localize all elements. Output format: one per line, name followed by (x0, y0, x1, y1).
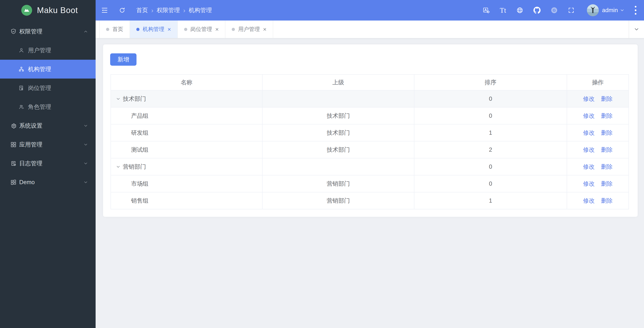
refresh-icon[interactable] (119, 7, 126, 14)
tab-post-management[interactable]: 岗位管理 × (178, 20, 226, 38)
tab-user-management[interactable]: 用户管理 × (225, 20, 273, 38)
sidebar-item-app-management[interactable]: 应用管理 (0, 135, 96, 154)
font-size-icon[interactable]: Tt (500, 7, 506, 14)
sort-cell: 0 (414, 158, 567, 175)
parent-cell: 营销部门 (262, 175, 414, 192)
sort-cell: 0 (414, 90, 567, 107)
delete-link[interactable]: 删除 (601, 95, 613, 103)
edit-link[interactable]: 修改 (583, 112, 595, 120)
column-header-name: 名称 (111, 75, 262, 90)
tab-label: 岗位管理 (190, 25, 212, 33)
main-content: 新增 名称 上级 排序 操作 技术部门 0 修改 (96, 39, 644, 328)
sidebar-item-system-settings[interactable]: 系统设置 (0, 116, 96, 135)
sidebar-item-label: 用户管理 (28, 46, 51, 54)
sidebar-item-post-management[interactable]: 岗位管理 (0, 78, 96, 97)
globe-icon[interactable] (516, 7, 524, 14)
edit-link[interactable]: 修改 (583, 129, 595, 137)
github-icon[interactable] (534, 7, 540, 14)
content-card: 新增 名称 上级 排序 操作 技术部门 0 修改 (103, 44, 638, 217)
log-icon (10, 160, 16, 167)
tab-org-management[interactable]: 机构管理 × (130, 20, 178, 38)
sidebar-item-label: 日志管理 (19, 160, 42, 167)
table-row: 产品组 技术部门 0 修改 删除 (111, 107, 629, 124)
sidebar-item-label: 权限管理 (19, 28, 42, 35)
table-row: 销售组 营销部门 1 修改 删除 (111, 192, 629, 209)
name-cell: 销售组 (111, 192, 262, 209)
edit-link[interactable]: 修改 (583, 163, 595, 171)
tab-label: 首页 (112, 25, 123, 33)
sidebar-item-label: Demo (19, 179, 35, 186)
breadcrumb-item-home[interactable]: 首页 (136, 6, 148, 14)
expand-collapse-icon[interactable] (116, 96, 120, 101)
gitee-icon[interactable]: G (551, 7, 558, 14)
sidebar-item-label: 岗位管理 (28, 84, 51, 92)
sidebar-item-user-management[interactable]: 用户管理 (0, 41, 96, 60)
logo-icon (21, 5, 32, 16)
name-cell: 营销部门 (111, 158, 262, 175)
chevron-down-icon (83, 161, 88, 166)
edit-link[interactable]: 修改 (583, 197, 595, 205)
chevron-down-icon (83, 142, 88, 147)
sidebar-item-log-management[interactable]: 日志管理 (0, 154, 96, 173)
sort-cell: 1 (414, 124, 567, 141)
sidebar-item-label: 应用管理 (19, 141, 42, 149)
language-translate-icon[interactable] (483, 7, 490, 14)
user-menu[interactable]: admin (587, 4, 624, 16)
actions-cell: 修改 删除 (567, 141, 629, 158)
breadcrumb-separator: › (183, 7, 185, 13)
sidebar-item-label: 系统设置 (19, 122, 42, 130)
edit-link[interactable]: 修改 (583, 180, 595, 188)
sidebar-item-permission-management[interactable]: 权限管理 (0, 22, 96, 41)
user-icon (18, 47, 24, 53)
actions-cell: 修改 删除 (567, 90, 629, 107)
parent-cell (262, 90, 414, 107)
fullscreen-icon[interactable] (568, 7, 574, 14)
tab-label: 用户管理 (238, 25, 260, 33)
parent-cell: 技术部门 (262, 124, 414, 141)
delete-link[interactable]: 删除 (601, 180, 613, 188)
table-header-row: 名称 上级 排序 操作 (111, 75, 629, 90)
close-icon[interactable]: × (168, 26, 171, 32)
parent-cell: 技术部门 (262, 107, 414, 124)
tab-dot (232, 28, 235, 31)
sidebar: Maku Boot 权限管理 用户管理 (0, 0, 96, 328)
close-icon[interactable]: × (215, 26, 219, 32)
edit-link[interactable]: 修改 (583, 95, 595, 103)
actions-cell: 修改 删除 (567, 107, 629, 124)
app-logo[interactable]: Maku Boot (0, 0, 96, 20)
delete-link[interactable]: 删除 (601, 112, 613, 120)
delete-link[interactable]: 删除 (601, 163, 613, 171)
roles-icon (18, 104, 24, 110)
expand-collapse-icon[interactable] (116, 164, 120, 169)
gear-icon (10, 123, 16, 129)
chevron-down-icon (83, 180, 88, 185)
sidebar-collapse-icon[interactable] (101, 6, 108, 14)
sidebar-menu: 权限管理 用户管理 机构管理 (0, 20, 96, 192)
tab-home[interactable]: 首页 (99, 20, 130, 38)
top-header: 首页 › 权限管理 › 机构管理 Tt G (96, 0, 644, 20)
post-icon (18, 85, 24, 91)
actions-cell: 修改 删除 (567, 124, 629, 141)
chevron-down-icon (83, 123, 88, 128)
delete-link[interactable]: 删除 (601, 197, 613, 205)
breadcrumb-separator: › (151, 7, 153, 13)
edit-link[interactable]: 修改 (583, 146, 595, 154)
close-icon[interactable]: × (263, 26, 266, 32)
app-title: Maku Boot (37, 5, 78, 15)
name-cell: 研发组 (111, 124, 262, 141)
delete-link[interactable]: 删除 (601, 129, 613, 137)
more-options-icon[interactable] (634, 5, 637, 15)
delete-link[interactable]: 删除 (601, 146, 613, 154)
breadcrumb-item-permission[interactable]: 权限管理 (157, 6, 180, 14)
sidebar-item-org-management[interactable]: 机构管理 (0, 60, 96, 78)
name-cell: 市场组 (111, 175, 262, 192)
sidebar-item-demo[interactable]: Demo (0, 173, 96, 192)
sort-cell: 2 (414, 141, 567, 158)
app-root: Maku Boot 权限管理 用户管理 (0, 0, 644, 328)
add-button[interactable]: 新增 (110, 53, 136, 66)
tab-list-dropdown-icon[interactable] (629, 20, 644, 38)
breadcrumb: 首页 › 权限管理 › 机构管理 (136, 6, 212, 14)
sidebar-item-role-management[interactable]: 角色管理 (0, 97, 96, 116)
column-header-sort: 排序 (414, 75, 567, 90)
tab-dot (106, 28, 109, 31)
